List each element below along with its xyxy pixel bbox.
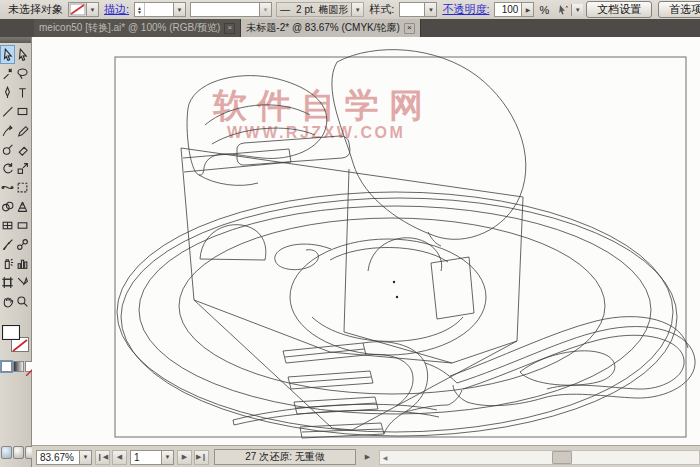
symbol-sprayer-tool-button[interactable] (0, 254, 15, 273)
select-similar-button[interactable]: ▼ (556, 3, 583, 17)
shape-builder-icon (1, 200, 14, 213)
type-icon (16, 86, 29, 99)
perspective-grid-icon (16, 200, 29, 213)
fill-color-combo[interactable]: ▼ (68, 2, 99, 17)
brush-value[interactable]: 2 pt. 椭圆形 (293, 3, 351, 17)
tab-meicon50[interactable]: meicon50 [转换].ai* @ 100% (RGB/预览) × (34, 19, 241, 37)
eyedropper-tool-button[interactable] (0, 235, 15, 254)
blend-icon (16, 238, 29, 251)
draw-behind-button[interactable] (13, 446, 24, 459)
style-label: 样式: (369, 2, 394, 17)
pencil-icon (16, 124, 29, 137)
anchor-points[interactable] (393, 281, 398, 298)
width-tool-icon (1, 181, 14, 194)
status-flyout-button[interactable]: ▶ (361, 451, 374, 464)
previous-artboard-button[interactable]: ◀ (112, 450, 127, 465)
artboard-number-value[interactable]: 1 (131, 452, 161, 463)
brush-dash: — (277, 4, 293, 15)
draw-normal-button[interactable] (1, 446, 12, 459)
magic-wand-icon (1, 67, 14, 80)
direct-selection-tool-button[interactable] (15, 45, 30, 64)
opacity-link[interactable]: 不透明度: (442, 2, 489, 17)
width-profile-combo[interactable]: ▼ (190, 2, 272, 17)
fill-swatch-white[interactable] (2, 325, 20, 340)
selection-arrow-icon (1, 48, 14, 61)
chevron-down-icon[interactable]: ▼ (86, 3, 98, 16)
chevron-down-icon[interactable]: ▼ (424, 3, 436, 16)
illustrator-window: 未选择对象 ▼ 描边: ▲▼ ▼ ▼ — 2 pt. 椭圆形 ▼ 样式: ▼ 不… (0, 0, 700, 467)
artwork-outline-drawing[interactable] (32, 37, 700, 445)
fill-none-swatch-icon (69, 3, 86, 16)
paintbrush-tool-button[interactable] (0, 121, 15, 140)
chevron-down-icon[interactable]: ▼ (259, 3, 271, 16)
gradient-tool-button[interactable] (15, 216, 30, 235)
lasso-tool-button[interactable] (15, 64, 30, 83)
horizontal-scrollbar[interactable]: ◀ (379, 450, 700, 465)
stroke-weight-stepper[interactable]: ▲▼ (135, 3, 145, 16)
chevron-down-icon[interactable]: ▼ (351, 3, 363, 16)
chevron-down-icon[interactable]: ▼ (161, 451, 173, 464)
hand-tool-button[interactable] (0, 292, 15, 311)
eyedropper-icon (1, 238, 14, 251)
scroll-left-icon[interactable]: ◀ (380, 452, 390, 463)
opacity-value[interactable]: 100 (495, 4, 521, 15)
chevron-right-icon[interactable]: ▶ (521, 3, 533, 16)
tab-label: meicon50 [转换].ai* @ 100% (RGB/预览) (39, 21, 220, 35)
status-bar: 83.67% ▼ ❙◀ ◀ 1 ▼ ▶ ▶❙ 27 次还原: 无重做 ▶ ◀ (32, 445, 700, 467)
gradient-button[interactable] (13, 361, 24, 372)
next-artboard-button[interactable]: ▶ (177, 450, 192, 465)
width-tool-button[interactable] (0, 178, 15, 197)
opacity-field[interactable]: 100 ▶ (494, 2, 534, 17)
selection-tool-button[interactable] (0, 45, 15, 64)
type-tool-button[interactable] (15, 83, 30, 102)
shape-builder-tool-button[interactable] (0, 197, 15, 216)
slice-tool-button[interactable] (15, 273, 30, 292)
line-segment-tool-button[interactable] (0, 102, 15, 121)
zoom-level-combo[interactable]: 83.67% ▼ (36, 450, 92, 465)
rectangle-tool-button[interactable] (15, 102, 30, 121)
paintbrush-icon (1, 124, 14, 137)
zoom-tool-button[interactable] (15, 292, 30, 311)
rotate-tool-button[interactable] (0, 159, 15, 178)
artboard-number-combo[interactable]: 1 ▼ (130, 450, 174, 465)
preferences-button[interactable]: 首选项 (658, 1, 700, 18)
artboard-tool-button[interactable] (0, 273, 15, 292)
undo-status-readout: 27 次还原: 无重做 (214, 449, 356, 465)
perspective-grid-tool-button[interactable] (15, 197, 30, 216)
zoom-level-value[interactable]: 83.67% (37, 452, 79, 463)
pen-tool-button[interactable] (0, 83, 15, 102)
chevron-down-icon[interactable]: ▼ (79, 451, 91, 464)
pencil-tool-button[interactable] (15, 121, 30, 140)
eraser-tool-button[interactable] (15, 140, 30, 159)
color-button[interactable] (1, 361, 12, 372)
eraser-icon (16, 143, 29, 156)
control-bar: 未选择对象 ▼ 描边: ▲▼ ▼ ▼ — 2 pt. 椭圆形 ▼ 样式: ▼ 不… (0, 0, 700, 20)
mesh-tool-button[interactable] (0, 216, 15, 235)
column-graph-tool-button[interactable] (15, 254, 30, 273)
color-mode-buttons (1, 361, 36, 372)
first-artboard-button[interactable]: ❙◀ (95, 450, 110, 465)
stroke-link[interactable]: 描边: (104, 2, 129, 17)
document-canvas[interactable]: 软件自学网 WWW.RJZXW.COM (32, 37, 700, 445)
fork-outline (233, 317, 695, 438)
fill-stroke-swatches (1, 323, 30, 357)
blob-brush-tool-button[interactable] (0, 140, 15, 159)
stroke-weight-combo[interactable]: ▲▼ ▼ (134, 2, 186, 17)
blend-tool-button[interactable] (15, 235, 30, 254)
hand-icon (1, 295, 14, 308)
chevron-down-icon[interactable]: ▼ (571, 4, 583, 16)
last-artboard-button[interactable]: ▶❙ (194, 450, 209, 465)
close-icon[interactable]: × (404, 23, 415, 34)
free-transform-tool-button[interactable] (15, 178, 30, 197)
close-icon[interactable]: × (224, 23, 235, 34)
tab-untitled-2[interactable]: 未标题-2* @ 83.67% (CMYK/轮廓) × (241, 19, 421, 37)
brush-definition-combo[interactable]: — 2 pt. 椭圆形 ▼ (276, 2, 364, 17)
document-setup-button[interactable]: 文档设置 (586, 1, 652, 18)
scrollbar-thumb[interactable] (552, 451, 572, 464)
strawberry-outline (332, 50, 526, 246)
document-tab-bar: meicon50 [转换].ai* @ 100% (RGB/预览) × 未标题-… (0, 19, 700, 37)
style-combo[interactable]: ▼ (399, 2, 437, 17)
chevron-down-icon[interactable]: ▼ (173, 3, 185, 16)
magic-wand-tool-button[interactable] (0, 64, 15, 83)
scale-tool-button[interactable] (15, 159, 30, 178)
